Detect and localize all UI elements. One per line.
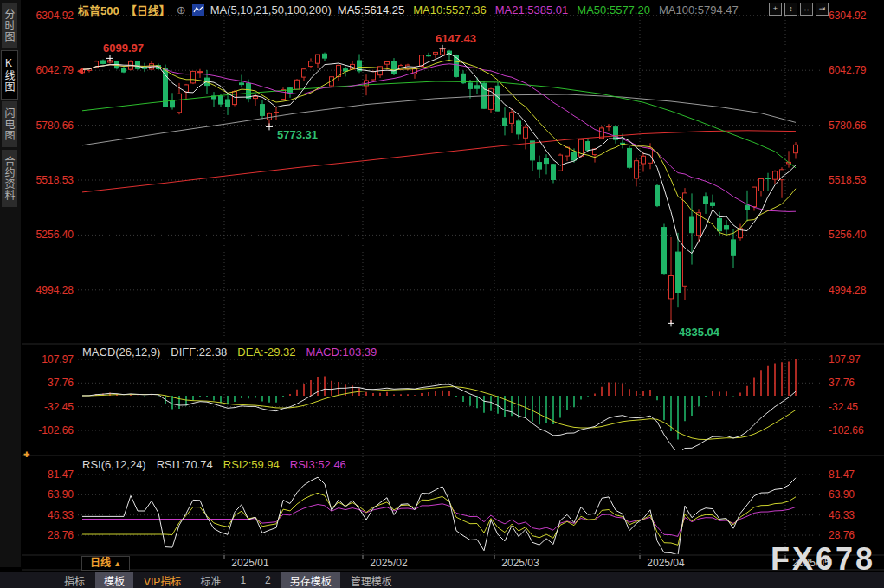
left-sidebar: 分时图K线图闪电图合约资料 xyxy=(0,0,21,567)
watermark: FX678 xyxy=(771,541,875,578)
sidebar-item-1[interactable]: K线图 xyxy=(2,51,17,99)
svg-text:28.76: 28.76 xyxy=(829,529,855,541)
svg-text:5518.53: 5518.53 xyxy=(829,174,867,186)
period-selector[interactable]: 日线 ▲ xyxy=(81,556,130,571)
bottom-tab-bar: 指标模板VIP指标标准12另存模板管理模板 xyxy=(0,572,884,588)
sidebar-item-3[interactable]: 合约资料 xyxy=(2,150,17,207)
macd-header: MACD(26,12,9)DIFF:22.38DEA:-29.32MACD:10… xyxy=(82,346,377,359)
svg-text:4994.28: 4994.28 xyxy=(829,284,867,296)
indicator-chart-icon xyxy=(192,4,204,16)
macd-label-part-1: DIFF:22.38 xyxy=(171,346,227,359)
ma-value-3: MA50:5577.20 xyxy=(577,3,650,16)
svg-text:46.33: 46.33 xyxy=(829,509,855,521)
tab-0[interactable]: 指标 xyxy=(55,572,94,588)
x-scale-icon[interactable]: ↔ xyxy=(800,3,813,16)
rsi-label-part-2: RSI2:59.94 xyxy=(223,458,280,471)
svg-text:6042.79: 6042.79 xyxy=(36,64,74,76)
ma-value-2: MA21:5385.01 xyxy=(495,3,569,16)
svg-text:107.97: 107.97 xyxy=(42,353,74,365)
svg-text:2025/04: 2025/04 xyxy=(647,557,685,569)
svg-text:5518.53: 5518.53 xyxy=(36,174,74,186)
svg-text:-32.45: -32.45 xyxy=(44,401,74,413)
rsi-label-part-3: RSI3:52.46 xyxy=(290,458,346,471)
tab-6[interactable]: 另存模板 xyxy=(281,572,340,588)
svg-text:5256.40: 5256.40 xyxy=(829,229,867,241)
svg-text:37.76: 37.76 xyxy=(48,377,74,389)
gridlines-layer xyxy=(22,13,884,570)
svg-text:37.76: 37.76 xyxy=(829,377,855,389)
svg-text:46.33: 46.33 xyxy=(48,509,74,521)
rsi-layer xyxy=(82,477,796,555)
rsi-header: RSI(6,12,24)RSI1:70.74RSI2:59.94RSI3:52.… xyxy=(82,458,346,471)
tab-1[interactable]: 模板 xyxy=(95,572,133,588)
svg-text:2025/03: 2025/03 xyxy=(501,557,539,569)
period-tag: 【日线】 xyxy=(126,2,171,18)
symbol-title: 标普500 xyxy=(78,2,119,18)
pan-right-icon[interactable]: ⇥ xyxy=(816,3,829,16)
add-indicator-icon[interactable]: ⊕ xyxy=(177,3,186,16)
svg-text:6042.79: 6042.79 xyxy=(829,64,867,76)
ma-value-1: MA10:5527.36 xyxy=(413,3,487,16)
macd-label-part-3: MACD:103.39 xyxy=(306,346,377,359)
x-axis-layer: 2025/012025/022025/032025/042025/05 xyxy=(224,555,830,569)
price-pointer-icon xyxy=(77,68,83,74)
tab-3[interactable]: 标准 xyxy=(191,572,229,588)
svg-text:6304.92: 6304.92 xyxy=(829,10,867,22)
rsi-label-part-1: RSI1:70.74 xyxy=(157,458,213,471)
svg-text:107.97: 107.97 xyxy=(829,353,861,365)
ma-params-label: MA(5,10,21,50,100,200) xyxy=(210,3,332,16)
svg-text:4835.04: 4835.04 xyxy=(679,326,720,339)
svg-text:-102.66: -102.66 xyxy=(38,424,74,436)
ma-value-0: MA5:5614.25 xyxy=(338,3,404,16)
period-arrow-icon: ▲ xyxy=(113,559,121,568)
tab-2[interactable]: VIP指标 xyxy=(135,572,190,588)
svg-text:28.76: 28.76 xyxy=(48,529,74,541)
sidebar-item-0[interactable]: 分时图 xyxy=(2,3,17,48)
macd-label-part-2: DEA:-29.32 xyxy=(237,346,295,359)
svg-text:81.47: 81.47 xyxy=(48,468,74,481)
svg-text:63.90: 63.90 xyxy=(48,488,74,501)
svg-text:6147.43: 6147.43 xyxy=(436,32,476,45)
svg-text:5773.31: 5773.31 xyxy=(277,128,318,141)
chart-toolbar: +↕↔⇥ xyxy=(769,3,829,16)
svg-text:5780.66: 5780.66 xyxy=(829,120,867,132)
tab-7[interactable]: 管理模板 xyxy=(342,572,401,588)
svg-text:-102.66: -102.66 xyxy=(829,424,864,436)
chart-header: 标普500 【日线】 ⊕ MA(5,10,21,50,100,200) MA5:… xyxy=(78,2,739,17)
panel-settings-icon[interactable]: ✚ xyxy=(23,450,30,459)
svg-text:5780.66: 5780.66 xyxy=(36,120,74,132)
price-chart-svg[interactable]: ✚6099.975773.316147.434835.046304.926304… xyxy=(0,0,884,588)
candles-layer xyxy=(81,48,798,324)
svg-text:63.90: 63.90 xyxy=(829,488,855,501)
svg-text:4994.28: 4994.28 xyxy=(36,284,74,296)
rsi-label-part-0: RSI(6,12,24) xyxy=(82,458,146,471)
period-label: 日线 xyxy=(90,557,111,569)
macd-label-part-0: MACD(26,12,9) xyxy=(82,346,160,359)
ma-lines-layer xyxy=(82,54,796,254)
svg-text:-32.45: -32.45 xyxy=(829,401,858,413)
sidebar-item-2[interactable]: 闪电图 xyxy=(2,101,17,147)
ma-values: MA5:5614.25MA10:5527.36MA21:5385.01MA50:… xyxy=(338,3,739,16)
y-scale-icon[interactable]: ↕ xyxy=(784,3,797,16)
svg-text:5256.40: 5256.40 xyxy=(36,229,74,241)
trading-app-window: 分时图K线图闪电图合约资料 标普500 【日线】 ⊕ MA(5,10,21,50… xyxy=(0,0,884,588)
tab-4[interactable]: 1 xyxy=(231,573,255,587)
svg-text:6304.92: 6304.92 xyxy=(36,10,74,22)
crosshair-icon[interactable]: + xyxy=(769,3,782,16)
svg-text:6099.97: 6099.97 xyxy=(103,42,144,55)
svg-text:2025/01: 2025/01 xyxy=(231,557,269,569)
tab-5[interactable]: 2 xyxy=(256,573,280,587)
svg-text:2025/02: 2025/02 xyxy=(370,557,408,569)
svg-text:81.47: 81.47 xyxy=(829,468,855,481)
ma-value-4: MA100:5794.47 xyxy=(659,3,739,16)
